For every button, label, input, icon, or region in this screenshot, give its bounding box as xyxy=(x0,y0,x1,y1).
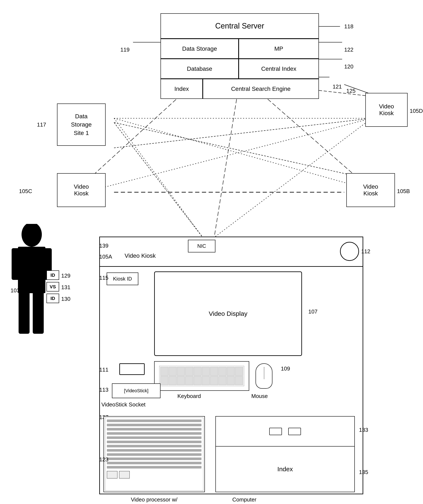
database-cell: Database xyxy=(161,59,239,79)
vs-card-131: VS xyxy=(47,282,59,292)
label-computer: Computer xyxy=(232,496,256,503)
ref-129: 129 xyxy=(61,272,70,279)
label-videostick: VideoStick Socket xyxy=(101,401,145,408)
video-kiosk-105d: VideoKiosk xyxy=(365,93,408,127)
central-server-title: Central Server xyxy=(161,13,319,39)
svg-line-15 xyxy=(93,118,372,190)
ref-115: 115 xyxy=(99,275,108,281)
ref-111: 111 xyxy=(99,366,108,373)
diagram: Central Server Data Storage MP Database … xyxy=(0,0,423,504)
ref-109: 109 xyxy=(281,366,290,372)
ref-119: 119 xyxy=(120,47,130,53)
svg-point-22 xyxy=(22,224,42,247)
ref-121: 121 xyxy=(333,84,342,90)
ref-105c: 105C xyxy=(19,188,32,195)
slot-111 xyxy=(119,363,145,375)
mp-cell: MP xyxy=(239,39,319,59)
ref-130: 130 xyxy=(61,296,70,302)
video-kiosk-105c: VideoKiosk xyxy=(57,173,106,207)
central-search-engine-cell: Central Search Engine xyxy=(203,79,319,99)
video-processor-box xyxy=(103,416,205,492)
svg-line-9 xyxy=(253,87,355,175)
keyboard-box xyxy=(154,361,249,391)
video-display-box: Video Display xyxy=(154,271,302,356)
svg-line-8 xyxy=(93,87,190,175)
svg-line-17 xyxy=(114,122,207,243)
ref-139: 139 xyxy=(99,242,108,249)
ref-113: 113 xyxy=(99,387,108,393)
computer-box: Index xyxy=(215,416,355,492)
data-storage-cell: Data Storage xyxy=(161,39,239,59)
camera-112 xyxy=(340,242,359,261)
svg-line-12 xyxy=(114,118,207,243)
video-kiosk-105b: VideoKiosk xyxy=(346,173,395,207)
ref-125: 125 xyxy=(346,88,355,94)
ref-105d: 105D xyxy=(410,108,423,114)
ref-118: 118 xyxy=(344,23,353,30)
label-mouse: Mouse xyxy=(251,393,268,399)
ref-105b: 105B xyxy=(397,188,410,195)
ref-133: 133 xyxy=(359,427,368,433)
label-video-processor: Video processor w/High Performance Drive… xyxy=(103,496,205,504)
ref-123: 123 xyxy=(99,456,108,463)
ref-117: 117 xyxy=(37,121,46,128)
ref-131: 131 xyxy=(61,284,70,291)
id-card-129: ID xyxy=(47,270,59,280)
svg-rect-27 xyxy=(33,292,44,334)
svg-line-7 xyxy=(213,87,239,243)
svg-rect-26 xyxy=(18,292,30,334)
data-storage-site1: DataStorageSite 1 xyxy=(57,103,106,146)
label-105a: Video Kiosk xyxy=(125,252,156,259)
svg-line-14 xyxy=(114,118,372,190)
ref-112: 112 xyxy=(361,248,370,255)
ref-122: 122 xyxy=(344,47,353,53)
nic-box: NIC xyxy=(188,240,215,252)
ref-120: 120 xyxy=(344,63,353,70)
videostick-socket-box: [VideoStick] xyxy=(112,383,161,398)
id-card-130: ID xyxy=(47,294,59,303)
mouse-box xyxy=(256,363,272,389)
ref-135: 135 xyxy=(359,469,368,475)
index-cell-server: Index xyxy=(161,79,203,99)
central-index-cell: Central Index xyxy=(239,59,319,79)
inner-separator xyxy=(99,266,363,267)
svg-line-19 xyxy=(114,118,372,148)
label-keyboard: Keyboard xyxy=(177,393,201,399)
ref-105a: 105A xyxy=(99,253,112,260)
svg-rect-24 xyxy=(12,248,20,280)
kiosk-id-box: Kiosk ID xyxy=(107,272,138,285)
ref-107: 107 xyxy=(308,308,317,315)
ref-103: 103 xyxy=(11,287,20,294)
svg-rect-23 xyxy=(18,247,45,293)
svg-line-18 xyxy=(114,122,372,180)
